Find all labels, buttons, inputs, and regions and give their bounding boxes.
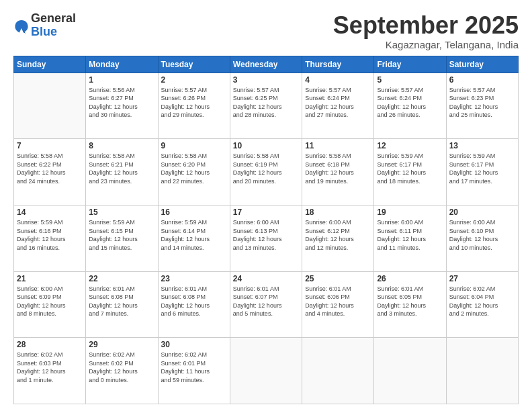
table-row: 8Sunrise: 5:58 AM Sunset: 6:21 PM Daylig… bbox=[86, 139, 158, 205]
table-row: 18Sunrise: 6:00 AM Sunset: 6:12 PM Dayli… bbox=[302, 205, 374, 271]
day-info: Sunrise: 5:58 AM Sunset: 6:21 PM Dayligh… bbox=[89, 152, 154, 185]
table-row: 30Sunrise: 6:02 AM Sunset: 6:01 PM Dayli… bbox=[158, 338, 230, 404]
table-row: 15Sunrise: 5:59 AM Sunset: 6:15 PM Dayli… bbox=[86, 205, 158, 271]
logo-icon bbox=[13, 17, 30, 34]
table-row bbox=[14, 73, 86, 139]
day-number: 9 bbox=[161, 141, 227, 150]
day-number: 24 bbox=[233, 274, 299, 283]
table-row: 19Sunrise: 6:00 AM Sunset: 6:11 PM Dayli… bbox=[374, 205, 446, 271]
table-row: 3Sunrise: 5:57 AM Sunset: 6:25 PM Daylig… bbox=[230, 73, 302, 139]
day-info: Sunrise: 6:02 AM Sunset: 6:04 PM Dayligh… bbox=[449, 285, 515, 318]
day-info: Sunrise: 5:56 AM Sunset: 6:27 PM Dayligh… bbox=[89, 86, 154, 120]
title-section: September 2025 Kagaznagar, Telangana, In… bbox=[333, 12, 519, 50]
table-row: 23Sunrise: 6:01 AM Sunset: 6:08 PM Dayli… bbox=[158, 271, 230, 338]
table-row: 27Sunrise: 6:02 AM Sunset: 6:04 PM Dayli… bbox=[446, 271, 518, 338]
header-tuesday: Tuesday bbox=[158, 56, 230, 73]
day-number: 29 bbox=[89, 340, 154, 349]
day-info: Sunrise: 6:01 AM Sunset: 6:06 PM Dayligh… bbox=[305, 285, 371, 318]
day-number: 17 bbox=[233, 208, 299, 217]
day-number: 2 bbox=[161, 75, 227, 85]
calendar-week-row: 21Sunrise: 6:00 AM Sunset: 6:09 PM Dayli… bbox=[14, 271, 519, 338]
day-number: 25 bbox=[305, 274, 371, 283]
day-info: Sunrise: 5:58 AM Sunset: 6:18 PM Dayligh… bbox=[305, 152, 371, 185]
day-number: 14 bbox=[17, 208, 83, 217]
location-subtitle: Kagaznagar, Telangana, India bbox=[333, 39, 519, 50]
day-number: 4 bbox=[305, 75, 371, 85]
day-info: Sunrise: 6:02 AM Sunset: 6:01 PM Dayligh… bbox=[161, 351, 227, 384]
day-number: 11 bbox=[305, 141, 371, 150]
logo-blue-text: Blue bbox=[31, 26, 76, 39]
header: General Blue September 2025 Kagaznagar, … bbox=[13, 12, 519, 50]
table-row: 11Sunrise: 5:58 AM Sunset: 6:18 PM Dayli… bbox=[302, 139, 374, 205]
page: General Blue September 2025 Kagaznagar, … bbox=[0, 0, 532, 411]
day-info: Sunrise: 5:57 AM Sunset: 6:24 PM Dayligh… bbox=[305, 86, 371, 120]
day-number: 22 bbox=[89, 274, 154, 283]
table-row: 6Sunrise: 5:57 AM Sunset: 6:23 PM Daylig… bbox=[446, 73, 518, 139]
table-row: 28Sunrise: 6:02 AM Sunset: 6:03 PM Dayli… bbox=[14, 338, 86, 404]
header-saturday: Saturday bbox=[446, 56, 518, 73]
table-row: 14Sunrise: 5:59 AM Sunset: 6:16 PM Dayli… bbox=[14, 205, 86, 271]
day-info: Sunrise: 5:59 AM Sunset: 6:17 PM Dayligh… bbox=[449, 152, 515, 185]
logo-text: General Blue bbox=[31, 12, 76, 39]
day-number: 26 bbox=[377, 274, 443, 283]
calendar-week-row: 7Sunrise: 5:58 AM Sunset: 6:22 PM Daylig… bbox=[14, 139, 519, 205]
table-row: 5Sunrise: 5:57 AM Sunset: 6:24 PM Daylig… bbox=[374, 73, 446, 139]
table-row: 7Sunrise: 5:58 AM Sunset: 6:22 PM Daylig… bbox=[14, 139, 86, 205]
table-row: 21Sunrise: 6:00 AM Sunset: 6:09 PM Dayli… bbox=[14, 271, 86, 338]
day-info: Sunrise: 5:57 AM Sunset: 6:24 PM Dayligh… bbox=[377, 86, 443, 120]
calendar-week-row: 14Sunrise: 5:59 AM Sunset: 6:16 PM Dayli… bbox=[14, 205, 519, 271]
table-row: 25Sunrise: 6:01 AM Sunset: 6:06 PM Dayli… bbox=[302, 271, 374, 338]
header-friday: Friday bbox=[374, 56, 446, 73]
day-number: 20 bbox=[449, 208, 515, 217]
header-sunday: Sunday bbox=[14, 56, 86, 73]
day-number: 30 bbox=[161, 340, 227, 349]
table-row bbox=[302, 338, 374, 404]
logo: General Blue bbox=[13, 12, 76, 39]
day-number: 1 bbox=[89, 75, 154, 85]
table-row: 4Sunrise: 5:57 AM Sunset: 6:24 PM Daylig… bbox=[302, 73, 374, 139]
day-number: 5 bbox=[377, 75, 443, 85]
calendar-week-row: 1Sunrise: 5:56 AM Sunset: 6:27 PM Daylig… bbox=[14, 73, 519, 139]
day-info: Sunrise: 5:59 AM Sunset: 6:14 PM Dayligh… bbox=[161, 218, 227, 252]
day-info: Sunrise: 5:59 AM Sunset: 6:15 PM Dayligh… bbox=[89, 218, 154, 252]
day-info: Sunrise: 5:57 AM Sunset: 6:25 PM Dayligh… bbox=[233, 86, 299, 120]
month-title: September 2025 bbox=[333, 12, 519, 39]
day-number: 16 bbox=[161, 208, 227, 217]
table-row: 13Sunrise: 5:59 AM Sunset: 6:17 PM Dayli… bbox=[446, 139, 518, 205]
table-row: 24Sunrise: 6:01 AM Sunset: 6:07 PM Dayli… bbox=[230, 271, 302, 338]
header-thursday: Thursday bbox=[302, 56, 374, 73]
weekday-header-row: Sunday Monday Tuesday Wednesday Thursday… bbox=[14, 56, 519, 73]
table-row: 2Sunrise: 5:57 AM Sunset: 6:26 PM Daylig… bbox=[158, 73, 230, 139]
day-number: 6 bbox=[449, 75, 515, 85]
day-info: Sunrise: 5:58 AM Sunset: 6:22 PM Dayligh… bbox=[17, 152, 83, 185]
day-info: Sunrise: 6:00 AM Sunset: 6:10 PM Dayligh… bbox=[449, 218, 515, 252]
day-info: Sunrise: 6:00 AM Sunset: 6:11 PM Dayligh… bbox=[377, 218, 443, 252]
calendar-week-row: 28Sunrise: 6:02 AM Sunset: 6:03 PM Dayli… bbox=[14, 338, 519, 404]
day-info: Sunrise: 6:02 AM Sunset: 6:02 PM Dayligh… bbox=[89, 351, 154, 384]
day-info: Sunrise: 6:00 AM Sunset: 6:09 PM Dayligh… bbox=[17, 285, 83, 318]
table-row bbox=[230, 338, 302, 404]
day-info: Sunrise: 6:01 AM Sunset: 6:08 PM Dayligh… bbox=[89, 285, 154, 318]
day-number: 27 bbox=[449, 274, 515, 283]
day-info: Sunrise: 6:01 AM Sunset: 6:07 PM Dayligh… bbox=[233, 285, 299, 318]
day-info: Sunrise: 5:58 AM Sunset: 6:19 PM Dayligh… bbox=[233, 152, 299, 185]
table-row: 1Sunrise: 5:56 AM Sunset: 6:27 PM Daylig… bbox=[86, 73, 158, 139]
day-info: Sunrise: 5:59 AM Sunset: 6:17 PM Dayligh… bbox=[377, 152, 443, 185]
day-info: Sunrise: 6:02 AM Sunset: 6:03 PM Dayligh… bbox=[17, 351, 83, 384]
table-row: 26Sunrise: 6:01 AM Sunset: 6:05 PM Dayli… bbox=[374, 271, 446, 338]
table-row: 17Sunrise: 6:00 AM Sunset: 6:13 PM Dayli… bbox=[230, 205, 302, 271]
table-row: 20Sunrise: 6:00 AM Sunset: 6:10 PM Dayli… bbox=[446, 205, 518, 271]
table-row: 12Sunrise: 5:59 AM Sunset: 6:17 PM Dayli… bbox=[374, 139, 446, 205]
day-info: Sunrise: 6:00 AM Sunset: 6:12 PM Dayligh… bbox=[305, 218, 371, 252]
day-info: Sunrise: 5:58 AM Sunset: 6:20 PM Dayligh… bbox=[161, 152, 227, 185]
table-row bbox=[446, 338, 518, 404]
table-row: 29Sunrise: 6:02 AM Sunset: 6:02 PM Dayli… bbox=[86, 338, 158, 404]
calendar-table: Sunday Monday Tuesday Wednesday Thursday… bbox=[13, 56, 519, 404]
day-number: 8 bbox=[89, 141, 154, 150]
day-info: Sunrise: 6:00 AM Sunset: 6:13 PM Dayligh… bbox=[233, 218, 299, 252]
table-row: 9Sunrise: 5:58 AM Sunset: 6:20 PM Daylig… bbox=[158, 139, 230, 205]
day-info: Sunrise: 5:57 AM Sunset: 6:26 PM Dayligh… bbox=[161, 86, 227, 120]
logo-general-text: General bbox=[31, 12, 76, 26]
table-row: 16Sunrise: 5:59 AM Sunset: 6:14 PM Dayli… bbox=[158, 205, 230, 271]
day-info: Sunrise: 6:01 AM Sunset: 6:08 PM Dayligh… bbox=[161, 285, 227, 318]
